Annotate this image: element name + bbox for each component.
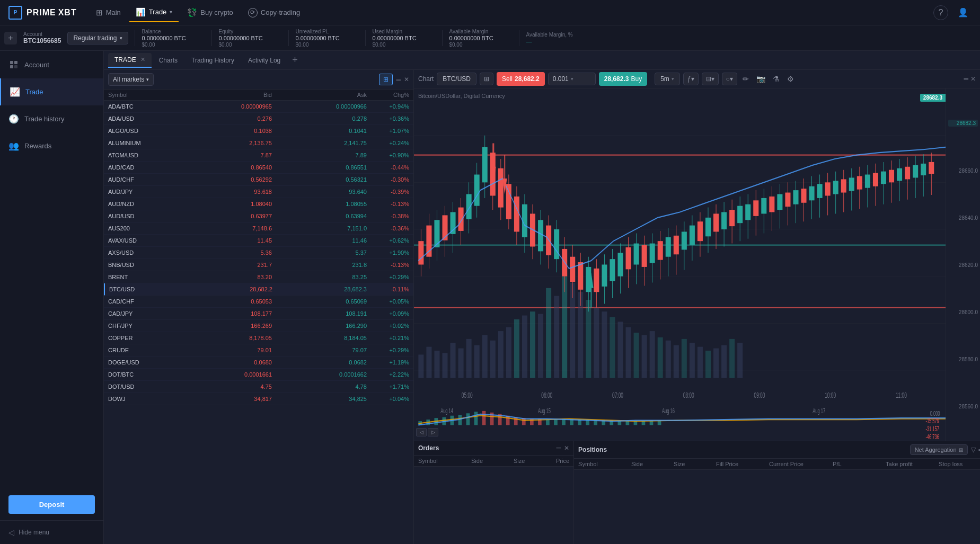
svg-rect-29 [546,288,551,378]
market-list-item[interactable]: BRENT 83.20 83.25 +0.29% [104,271,413,283]
add-tab-button[interactable]: + [288,55,302,66]
market-chg: +0.29% [367,274,409,280]
chart-header: Chart BTC/USD ⊞ Sell 28,682.2 0.001 ▾ [414,70,980,88]
chart-nav-right-btn[interactable]: ▷ [428,428,438,436]
account-sidebar-icon [8,59,19,70]
svg-rect-14 [426,347,431,378]
market-list-item[interactable]: DOGE/USD 0.0680 0.0682 +1.19% [104,356,413,369]
market-grid-view-button[interactable]: ⊞ [379,74,393,85]
nav-item-buy-crypto[interactable]: 💱 Buy crypto [181,4,239,22]
market-list-item[interactable]: AUD/USD 0.63977 0.63994 -0.38% [104,210,413,222]
market-chg: +1.90% [367,249,409,256]
market-list-item[interactable]: COPPER 8,178.05 8,184.05 +0.21% [104,332,413,344]
amount-input-container[interactable]: 0.001 ▾ [548,73,596,85]
pos-pl-col: P/L [833,461,886,467]
market-list-item[interactable]: AUD/CHF 0.56292 0.56321 -0.30% [104,174,413,186]
net-aggregation-btn[interactable]: Net Aggregation ⊞ [910,444,968,455]
market-list-item[interactable]: DOWJ 34,817 34,825 +0.04% [104,393,413,405]
indicator-btn1[interactable]: ƒ▾ [683,73,699,85]
market-list-item[interactable]: AUS200 7,148.6 7,151.0 -0.36% [104,222,413,235]
chevron-down-icon: ▾ [170,9,172,15]
tab-charts[interactable]: Charts [153,53,184,67]
market-list-item[interactable]: ALGO/USD 0.1038 0.1041 +1.07% [104,125,413,137]
market-list-item[interactable]: ADA/USD 0.276 0.278 +0.36% [104,113,413,125]
market-filter-dropdown[interactable]: All markets ▾ [108,73,154,86]
positions-filter-btn[interactable]: ▽ [971,446,976,453]
indicator-btn2[interactable]: ⊟▾ [702,73,719,85]
indicator-btn3[interactable]: ○▾ [722,73,737,85]
tab-trade[interactable]: TRADE ✕ [108,53,152,68]
tab-activity-log[interactable]: Activity Log [242,53,287,67]
market-chg: -0.36% [367,225,409,231]
svg-rect-163 [849,177,854,191]
svg-rect-151 [801,189,807,203]
market-list-item[interactable]: ALUMINIUM 2,136.75 2,141.75 +0.24% [104,137,413,149]
alert-btn[interactable]: ⚗ [771,73,782,85]
market-symbol: BTC/USD [109,286,178,292]
market-list-close-button[interactable]: ✕ [404,74,409,85]
market-list-item[interactable]: AUD/NZD 1.08040 1.08055 -0.13% [104,198,413,210]
market-list-item[interactable]: DOT/BTC 0.0001661 0.0001662 +2.22% [104,369,413,381]
market-list-item[interactable]: ATOM/USD 7.87 7.89 +0.90% [104,149,413,162]
market-list-item[interactable]: AUD/JPY 93.618 93.640 -0.39% [104,186,413,198]
svg-rect-47 [690,343,695,378]
deposit-button[interactable]: Deposit [8,495,95,514]
nav-item-trade[interactable]: 📊 Trade ▾ [129,3,179,22]
chart-nav-left-btn[interactable]: ◁ [416,428,427,436]
orders-close-btn[interactable]: ✕ [564,444,569,452]
account-icon-btn[interactable]: 👤 [955,4,972,21]
market-symbol: CRUDE [108,347,177,353]
market-list-item[interactable]: AVAX/USD 11.45 11.46 +0.62% [104,235,413,247]
chart-icon-btn1[interactable]: ⊞ [480,73,493,85]
nav-item-dashboard[interactable]: ⊞ Main [90,4,127,22]
market-chg: -0.39% [367,189,409,195]
market-list-item[interactable]: AUD/CAD 0.86540 0.86551 -0.44% [104,162,413,174]
trading-mode-selector[interactable]: Regular trading ▾ [67,32,128,44]
svg-text:0.000: 0.000 [930,409,940,417]
market-list-item[interactable]: AXS/USD 5.36 5.37 +1.90% [104,247,413,259]
add-account-button[interactable]: + [4,32,17,44]
screenshot-btn[interactable]: 📷 [754,73,767,85]
market-list-item[interactable]: CAD/CHF 0.65053 0.65069 +0.05% [104,296,413,308]
tab-trading-history[interactable]: Trading History [185,53,241,67]
sell-price-display[interactable]: Sell 28,682.2 [497,72,545,86]
draw-line-btn[interactable]: ✏ [740,73,751,85]
pos-side-col: Side [631,461,674,467]
chart-pair-selector[interactable]: BTC/USD [437,73,476,85]
market-list-item[interactable]: DOT/USD 4.75 4.78 +1.71% [104,381,413,393]
market-list-item[interactable]: BNB/USD 231.7 231.8 -0.13% [104,259,413,271]
sidebar-item-account[interactable]: Account [0,51,103,78]
svg-rect-89 [554,229,559,259]
market-ask: 0.65069 [272,298,367,305]
market-ask: 7,151.0 [272,225,367,231]
sidebar-item-trade-history[interactable]: 🕐 Trade history [0,105,103,132]
market-bid: 34,817 [177,396,272,402]
orders-minimize-btn[interactable]: ═ [557,444,561,452]
svg-rect-107 [626,247,631,269]
buy-price-display[interactable]: 28,682.3 Buy [599,72,647,86]
help-icon-btn[interactable]: ? [933,5,948,20]
chart-settings-btn[interactable]: ⚙ [785,73,796,85]
market-list-item[interactable]: BTC/USD 28,682.2 28,682.3 -0.11% [104,283,413,296]
timeframe-selector[interactable]: 5m ▾ [655,73,680,85]
hide-menu-button[interactable]: ◁ Hide menu [0,520,103,544]
sidebar-item-rewards[interactable]: 👥 Rewards [0,132,103,159]
market-list-item[interactable]: CHF/JPY 166.269 166.290 +0.02% [104,320,413,332]
nav-item-copy-trading[interactable]: ⟳ Copy-trading [242,4,306,22]
logo[interactable]: P PRIME XBT [8,6,77,20]
market-chg: +0.24% [367,140,409,146]
market-list-item[interactable]: CAD/JPY 108.177 108.191 +0.09% [104,308,413,320]
market-list-item[interactable]: ADA/BTC 0.00000965 0.00000966 +0.94% [104,101,413,113]
market-chg: +0.94% [367,103,409,110]
svg-rect-17 [451,343,456,378]
svg-rect-23 [498,331,504,378]
chart-minimize-btn[interactable]: ═ [964,75,968,83]
sidebar-item-trade[interactable]: 📈 Trade [0,78,103,105]
market-list-item[interactable]: CRUDE 79.01 79.07 +0.29% [104,344,413,356]
market-list-minimize-button[interactable]: ═ [396,74,401,85]
market-symbol: ATOM/USD [108,152,177,158]
trade-tab-close-icon[interactable]: ✕ [140,56,145,63]
chart-close-btn[interactable]: ✕ [970,75,976,83]
market-symbol: AXS/USD [108,249,177,256]
positions-empty-state [574,470,980,544]
